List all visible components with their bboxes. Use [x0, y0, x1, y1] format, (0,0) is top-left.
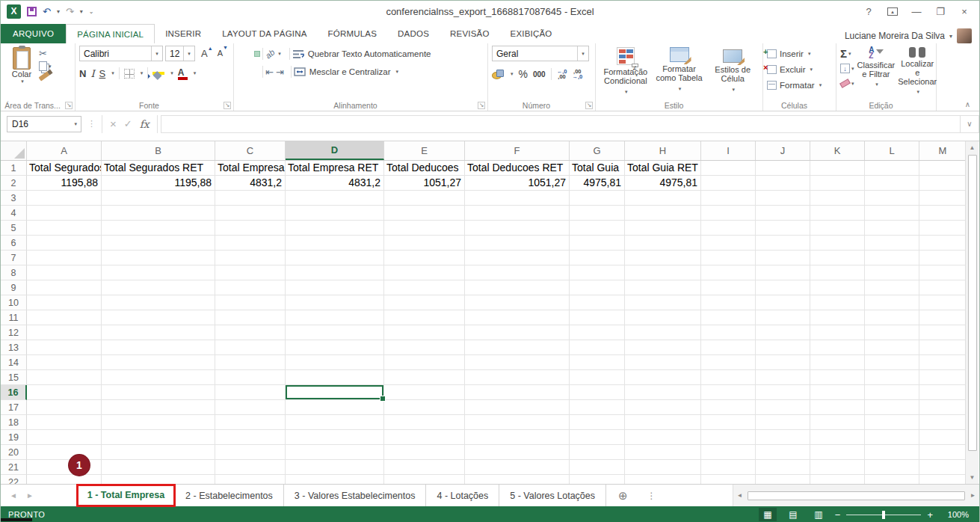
cell-H9[interactable] [625, 280, 701, 295]
cell-H16[interactable] [625, 385, 701, 400]
cell-F10[interactable] [465, 295, 570, 310]
cell-J6[interactable] [756, 236, 810, 251]
cell-G11[interactable] [570, 310, 625, 325]
column-header-A[interactable]: A [27, 141, 102, 160]
row-header-17[interactable]: 17 [1, 400, 27, 415]
cell-K2[interactable] [810, 176, 865, 191]
sheet-tab-1-total-empresa[interactable]: 1 - Total Empresa [77, 485, 175, 506]
cell-C9[interactable] [215, 280, 286, 295]
cell-J2[interactable] [756, 176, 810, 191]
cell-L3[interactable] [865, 191, 919, 206]
cell-M10[interactable] [919, 295, 966, 310]
cell-I11[interactable] [701, 310, 756, 325]
italic-button[interactable]: I [90, 68, 94, 79]
cut-icon[interactable]: ✂ [39, 49, 52, 58]
cell-C7[interactable] [215, 251, 286, 265]
cell-K4[interactable] [810, 206, 865, 221]
cell-E19[interactable] [384, 430, 465, 445]
zoom-slider-thumb[interactable] [882, 511, 885, 519]
cell-G17[interactable] [570, 400, 625, 415]
vertical-scroll-thumb[interactable] [968, 155, 977, 451]
cell-F14[interactable] [465, 355, 570, 370]
confirm-entry-icon[interactable]: ✓ [124, 118, 132, 129]
accounting-format-icon[interactable] [492, 70, 504, 79]
cell-I21[interactable] [701, 460, 756, 475]
cell-I6[interactable] [701, 236, 756, 251]
sheet-tab-4-lota-es[interactable]: 4 - Lotações [426, 485, 499, 506]
cell-F17[interactable] [465, 400, 570, 415]
cell-J18[interactable] [756, 415, 810, 430]
format-as-table-button[interactable]: Formatar como Tabela ▾ [653, 46, 706, 98]
cell-H22[interactable] [625, 475, 701, 484]
cell-B21[interactable] [102, 460, 215, 475]
cell-J10[interactable] [756, 295, 810, 310]
cell-I14[interactable] [701, 355, 756, 370]
cell-I22[interactable] [701, 475, 756, 484]
cell-D2[interactable]: 4831,2 [286, 176, 384, 191]
cell-L17[interactable] [865, 400, 919, 415]
align-middle-button[interactable] [246, 51, 252, 57]
cell-I10[interactable] [701, 295, 756, 310]
cell-J16[interactable] [756, 385, 810, 400]
cell-J9[interactable] [756, 280, 810, 295]
cancel-entry-icon[interactable]: × [110, 117, 117, 130]
cell-M8[interactable] [919, 265, 966, 280]
cell-F20[interactable] [465, 445, 570, 460]
cell-I13[interactable] [701, 340, 756, 355]
cell-G3[interactable] [570, 191, 625, 206]
cell-F3[interactable] [465, 191, 570, 206]
cell-M21[interactable] [919, 460, 966, 475]
cell-L12[interactable] [865, 325, 919, 340]
cell-A12[interactable] [27, 325, 102, 340]
cell-I18[interactable] [701, 415, 756, 430]
orientation-icon[interactable]: ab [264, 47, 277, 60]
cell-K15[interactable] [810, 370, 865, 385]
collapse-ribbon-icon[interactable]: ∧ [965, 100, 970, 108]
cell-H19[interactable] [625, 430, 701, 445]
cell-A6[interactable] [27, 236, 102, 251]
cell-I2[interactable] [701, 176, 756, 191]
cell-C2[interactable]: 4831,2 [215, 176, 286, 191]
cell-C14[interactable] [215, 355, 286, 370]
cell-C22[interactable] [215, 475, 286, 484]
cell-M16[interactable] [919, 385, 966, 400]
cell-K21[interactable] [810, 460, 865, 475]
cell-M18[interactable] [919, 415, 966, 430]
cell-L11[interactable] [865, 310, 919, 325]
row-header-3[interactable]: 3 [1, 191, 27, 206]
cell-J5[interactable] [756, 221, 810, 236]
cell-B7[interactable] [102, 251, 215, 265]
cell-D8[interactable] [286, 265, 384, 280]
ribbon-tab-f-rmulas[interactable]: FÓRMULAS [318, 24, 388, 43]
cell-C17[interactable] [215, 400, 286, 415]
decrease-indent-icon[interactable]: ⇤ [265, 67, 274, 78]
cell-B6[interactable] [102, 236, 215, 251]
cell-E16[interactable] [384, 385, 465, 400]
cell-C6[interactable] [215, 236, 286, 251]
cell-C5[interactable] [215, 221, 286, 236]
cell-M13[interactable] [919, 340, 966, 355]
cell-A21[interactable] [27, 460, 102, 475]
cell-D3[interactable] [286, 191, 384, 206]
sort-filter-button[interactable]: AZ Classificar e Filtrar ▾ [857, 46, 896, 98]
cell-H3[interactable] [625, 191, 701, 206]
zoom-out-icon[interactable]: − [835, 510, 841, 520]
format-painter-icon[interactable] [39, 72, 50, 82]
decrease-decimal-button[interactable]: ,00→,0 [572, 69, 582, 79]
row-header-18[interactable]: 18 [1, 415, 27, 430]
cell-E6[interactable] [384, 236, 465, 251]
row-header-12[interactable]: 12 [1, 325, 27, 340]
cell-E11[interactable] [384, 310, 465, 325]
cell-H17[interactable] [625, 400, 701, 415]
cell-M17[interactable] [919, 400, 966, 415]
cell-D1[interactable]: Total Empresa RET [286, 161, 384, 176]
cell-B9[interactable] [102, 280, 215, 295]
cell-I15[interactable] [701, 370, 756, 385]
cell-G10[interactable] [570, 295, 625, 310]
cell-B1[interactable]: Total Segurados RET [102, 161, 215, 176]
cell-G2[interactable]: 4975,81 [570, 176, 625, 191]
fill-color-dropdown-icon[interactable]: ▾ [170, 70, 173, 76]
cell-I16[interactable] [701, 385, 756, 400]
cell-K10[interactable] [810, 295, 865, 310]
cell-D5[interactable] [286, 221, 384, 236]
